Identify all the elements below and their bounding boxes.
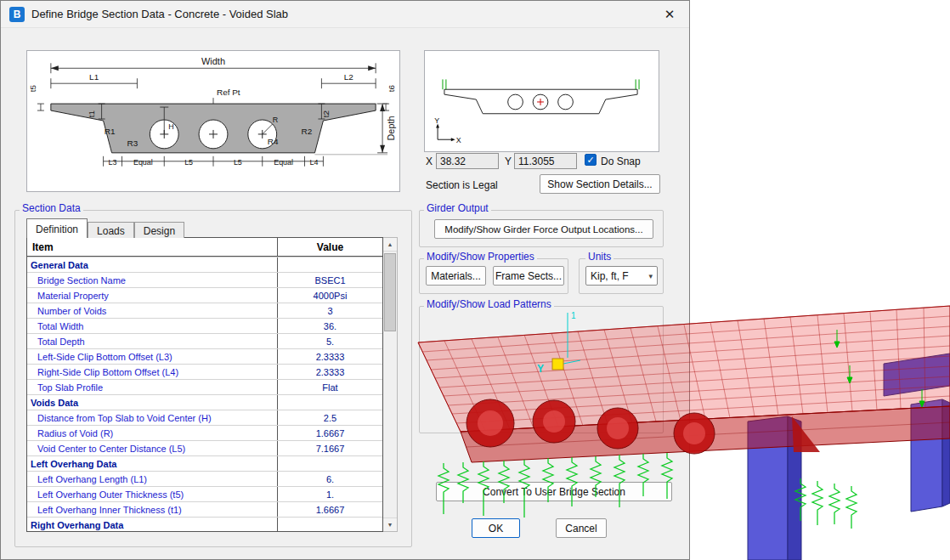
deck-edge-facet [792, 416, 820, 452]
table-cell-value[interactable] [278, 456, 382, 471]
table-row[interactable]: Right Overhang Data [27, 517, 382, 532]
table-cell-value[interactable]: 36. [278, 319, 382, 333]
table-cell-value[interactable]: 1.6667 [278, 426, 382, 440]
table-header-item: Item [27, 238, 278, 256]
table-cell-value[interactable]: 1. [278, 487, 382, 501]
table-cell-item: Left Overhang Inner Thickness (t1) [27, 502, 278, 517]
table-cell-item: Left-Side Clip Bottom Offset (L3) [27, 349, 278, 364]
cancel-button[interactable]: Cancel [556, 518, 607, 538]
tab[interactable]: Loads [88, 222, 134, 238]
table-cell-value[interactable] [278, 257, 382, 272]
table-cell-value[interactable] [278, 395, 382, 410]
table-row[interactable]: Number of Voids 3 [27, 303, 382, 318]
table-cell-value[interactable]: 7.1667 [278, 441, 382, 455]
table-cell-item: Bridge Section Name [27, 273, 278, 287]
close-button[interactable]: ✕ [659, 7, 681, 22]
table-row[interactable]: Void Center to Center Distance (L5) 7.16… [27, 440, 382, 455]
table-cell-value[interactable]: 2.3333 [278, 349, 382, 364]
scroll-down-button[interactable]: ▼ [383, 518, 397, 531]
table-row[interactable]: Left Overhang Data [27, 455, 382, 471]
table-row[interactable]: Total Width 36. [27, 318, 382, 333]
table-cell-value[interactable]: 3 [278, 303, 382, 318]
cross-section-diagram-panel: Width L1 L2 Ref Pt t5 t6 t1 t2 R1 R2 R3 … [26, 50, 400, 192]
table-cell-item: Radius of Void (R) [27, 426, 278, 440]
table-scrollbar[interactable]: ▲ ▼ [383, 237, 398, 532]
table-cell-item: Number of Voids [27, 303, 278, 318]
table-cell-value[interactable]: 2.3333 [278, 365, 382, 379]
table-row[interactable]: Radius of Void (R) 1.6667 [27, 425, 382, 440]
table-cell-value[interactable]: BSEC1 [278, 273, 382, 287]
frame-sections-button[interactable]: Frame Sects... [493, 266, 564, 286]
tab[interactable]: Design [134, 222, 184, 238]
do-snap-checkbox[interactable]: ✓ [585, 154, 597, 166]
dim-label-l5-right: L5 [234, 158, 242, 167]
dim-label-equal-left: Equal [133, 158, 153, 167]
x-coordinate-field[interactable] [436, 153, 499, 169]
dim-label-width: Width [201, 56, 225, 66]
preview-axis-icon: Y X [434, 116, 461, 145]
table-cell-value[interactable] [278, 518, 382, 532]
table-cell-value[interactable]: Flat [278, 380, 382, 394]
table-row[interactable]: Right-Side Clip Bottom Offset (L4) 2.333… [27, 364, 382, 379]
table-cell-item: Void Center to Center Distance (L5) [27, 441, 278, 455]
table-row[interactable]: Bridge Section Name BSEC1 [27, 272, 382, 287]
pier-columns [748, 354, 950, 560]
title-bar[interactable]: B Define Bridge Section Data - Concrete … [1, 1, 689, 28]
table-cell-value[interactable]: 5. [278, 334, 382, 348]
end-marker-icons [443, 79, 639, 89]
table-header-row: Item Value [27, 238, 382, 257]
dim-label-t1: t1 [87, 110, 96, 117]
table-row[interactable]: Left-Side Clip Bottom Offset (L3) 2.3333 [27, 348, 382, 364]
arrow-up-icon: ▲ [387, 241, 393, 247]
dim-label-l3: L3 [109, 158, 117, 167]
table-cell-item: Material Property [27, 288, 278, 303]
y-coordinate-field[interactable] [514, 153, 577, 169]
table-row[interactable]: Top Slab Profile Flat [27, 379, 382, 394]
x-coordinate-label: X [426, 156, 433, 167]
scrollbar-track[interactable] [383, 252, 397, 518]
table-cell-value[interactable]: 4000Psi [278, 288, 382, 303]
table-row[interactable]: Material Property 4000Psi [27, 287, 382, 303]
section-legal-status: Section is Legal [426, 179, 498, 191]
dim-label-r: R [273, 116, 279, 124]
screen: B Define Bridge Section Data - Concrete … [0, 0, 950, 560]
table-row[interactable]: Distance from Top Slab to Void Center (H… [27, 410, 382, 425]
table-cell-value[interactable]: 6. [278, 472, 382, 486]
table-cell-value[interactable]: 1.6667 [278, 502, 382, 517]
table-row[interactable]: Left Overhang Outer Thickness (t5) 1. [27, 486, 382, 501]
units-group-label: Units [585, 251, 614, 263]
table-row[interactable]: Left Overhang Length (L1) 6. [27, 471, 382, 486]
y-coordinate-label: Y [505, 156, 512, 167]
chevron-down-icon: ▾ [648, 272, 653, 280]
table-cell-item: Right-Side Clip Bottom Offset (L4) [27, 365, 278, 379]
table-body: General Data Bridge Section Name BSEC1 M… [27, 257, 382, 532]
table-cell-value[interactable]: 2.5 [278, 410, 382, 425]
ref-point-cross-icon [537, 99, 544, 105]
section-preview-panel[interactable]: Y X [424, 50, 659, 152]
materials-button[interactable]: Materials... [426, 266, 486, 286]
table-row[interactable]: Left Overhang Inner Thickness (t1) 1.666… [27, 501, 382, 517]
table-grid: Item Value General Data Bridge Section N… [26, 237, 383, 532]
table-cell-item: Total Width [27, 319, 278, 333]
do-snap-label[interactable]: Do Snap [601, 156, 641, 167]
table-row[interactable]: Total Depth 5. [27, 333, 382, 348]
table-cell-item: Distance from Top Slab to Void Center (H… [27, 410, 278, 425]
load-patterns-groupbox [419, 306, 664, 433]
scrollbar-thumb[interactable] [384, 253, 396, 331]
show-section-details-button[interactable]: Show Section Details... [540, 174, 660, 194]
ok-button[interactable]: OK [472, 518, 520, 538]
dim-label-l4: L4 [309, 158, 318, 167]
dim-label-t5: t5 [28, 85, 37, 93]
table-cell-item: Total Depth [27, 334, 278, 348]
modify-girder-output-button[interactable]: Modify/Show Girder Force Output Location… [434, 219, 653, 239]
table-row[interactable]: Voids Data [27, 394, 382, 410]
app-icon: B [9, 7, 25, 22]
table-cell-item: Left Overhang Data [27, 456, 278, 471]
section-data-tabs: Definition Loads Design [26, 218, 184, 238]
tab[interactable]: Definition [26, 218, 88, 238]
scroll-up-button[interactable]: ▲ [383, 238, 397, 252]
convert-to-user-section-button[interactable]: Convert To User Bridge Section [436, 482, 672, 501]
table-header-value: Value [278, 238, 382, 256]
table-row[interactable]: General Data [27, 257, 382, 272]
units-select[interactable]: Kip, ft, F ▾ [585, 266, 658, 286]
